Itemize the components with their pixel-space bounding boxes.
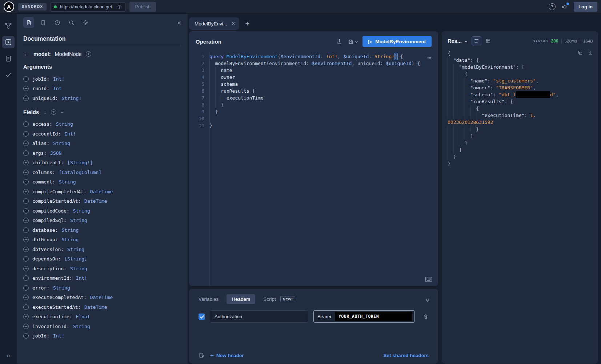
run-operation-button[interactable]: ▷ ModelByEnvironment [362,36,432,47]
endpoint-url-input[interactable]: https://metadata.cloud.get [51,2,125,12]
rail-checks-icon[interactable] [2,69,15,81]
field-type-link[interactable]: DateTime [84,198,107,204]
field-type-link[interactable]: JSON [50,150,61,156]
saved-operations-bookmark-icon[interactable] [37,17,48,28]
field-type-link[interactable]: Float [76,314,90,319]
field-type-link[interactable]: Int! [64,131,76,137]
delete-header-icon[interactable] [423,314,429,319]
sort-fields-icon[interactable]: ↓ [44,109,46,115]
field-type-link[interactable]: String [53,141,70,146]
download-response-icon[interactable] [588,50,593,56]
add-to-operation-icon[interactable] [23,86,29,91]
fields-options-chevron-icon[interactable] [61,110,63,113]
field-type-link[interactable]: Int! [76,275,87,281]
field-type-link[interactable]: [String!] [67,160,93,165]
help-icon[interactable]: ? [549,3,556,10]
field-type-link[interactable]: [String] [64,256,87,262]
add-to-operation-icon[interactable] [23,170,29,175]
add-to-operation-icon[interactable] [23,247,29,252]
header-enabled-checkbox[interactable] [199,314,205,320]
field-type-link[interactable]: String [56,121,73,127]
add-to-operation-icon[interactable] [23,333,29,339]
field-type-link[interactable]: [CatalogColumn] [59,170,101,175]
header-key-input[interactable]: Authorization [210,310,308,323]
close-tab-icon[interactable]: × [232,21,235,27]
field-type-link[interactable]: String [73,324,90,329]
history-clock-icon[interactable] [52,17,63,28]
add-to-operation-icon[interactable] [23,141,29,146]
add-to-operation-icon[interactable] [23,227,29,233]
breadcrumb-type[interactable]: ModelNode [55,51,82,57]
field-type-link[interactable]: String [53,285,70,291]
tree-view-icon[interactable] [472,36,481,45]
copy-response-icon[interactable] [577,50,583,56]
collapse-panel-icon[interactable] [426,298,429,301]
keyboard-shortcuts-icon[interactable] [425,276,432,282]
field-type-link[interactable]: Int [53,86,61,91]
new-tab-icon[interactable]: + [245,20,249,27]
connection-settings-gear-icon[interactable] [117,4,122,9]
tab-headers[interactable]: Headers [227,294,255,304]
add-to-operation-icon[interactable] [23,314,29,319]
expand-rail-icon[interactable]: » [0,352,17,359]
add-to-operation-icon[interactable] [23,285,29,291]
add-to-operation-icon[interactable] [23,131,29,137]
response-view-dropdown[interactable]: Res... [448,38,467,44]
add-to-operation-icon[interactable] [23,198,29,204]
table-view-icon[interactable] [483,36,493,45]
line-options-kebab-icon[interactable]: … [427,52,432,60]
add-to-operation-icon[interactable] [23,150,29,156]
documentation-tab-icon[interactable] [23,17,34,28]
search-icon[interactable] [66,17,77,28]
apollo-logo[interactable]: A [4,1,14,12]
save-options-chevron-icon[interactable] [355,40,358,43]
field-type-link[interactable]: DateTime [90,295,113,300]
field-type-link[interactable]: String [61,237,79,242]
add-to-operation-icon[interactable] [23,121,29,127]
operation-tab[interactable]: ModelByEnvi... × [189,17,239,30]
back-arrow-icon[interactable]: ← [23,51,29,57]
field-type-link[interactable]: Int! [53,76,64,82]
add-to-operation-icon[interactable] [23,256,29,262]
add-to-operation-icon[interactable] [23,208,29,214]
rail-schema-icon[interactable] [2,20,15,32]
add-to-operation-icon[interactable] [23,304,29,310]
field-type-link[interactable]: DateTime [84,304,107,310]
rail-explorer-icon[interactable] [2,36,15,48]
field-type-link[interactable]: String [73,208,90,214]
field-type-link[interactable]: String [70,218,87,223]
field-type-link[interactable]: Int! [53,333,64,339]
login-button[interactable]: Log in [574,2,597,12]
sandbox-chip[interactable]: SANDBOX [18,3,47,11]
field-type-link[interactable]: String [59,179,76,185]
add-to-operation-icon[interactable] [23,266,29,271]
tab-variables[interactable]: Variables [199,296,219,302]
query-editor[interactable]: 1query ModelByEnvironment($environmentId… [189,52,438,286]
add-to-operation-icon[interactable] [23,295,29,300]
publish-button[interactable]: Publish [129,2,156,12]
field-type-link[interactable]: DateTime [90,189,113,194]
field-type-link[interactable]: String [61,227,79,233]
add-to-operation-icon[interactable] [23,324,29,329]
save-operation-icon[interactable] [348,39,354,45]
add-to-operation-icon[interactable] [23,237,29,242]
header-value-input[interactable]: Bearer YOUR_AUTH_TOKEN [313,310,415,323]
add-to-operation-icon[interactable] [23,275,29,281]
rail-checklist-icon[interactable] [2,52,15,65]
add-all-fields-icon[interactable] [51,109,56,115]
field-type-link[interactable]: String [67,247,84,252]
collapse-doc-panel-icon[interactable]: « [177,19,181,27]
set-shared-headers-link[interactable]: Set shared headers [383,353,429,358]
edit-headers-icon[interactable] [199,352,205,359]
settings-gear-icon[interactable] [80,17,91,28]
add-to-operation-icon[interactable] [23,189,29,194]
share-operation-icon[interactable] [336,39,342,45]
add-to-operation-icon[interactable] [23,179,29,185]
add-to-operation-icon[interactable] [23,76,29,82]
tab-script[interactable]: Script [263,296,276,302]
add-to-operation-icon[interactable] [23,96,29,101]
add-to-operation-icon[interactable] [23,160,29,165]
field-type-link[interactable]: String [70,266,87,271]
add-to-operation-icon[interactable] [23,218,29,223]
add-type-icon[interactable] [86,51,91,57]
